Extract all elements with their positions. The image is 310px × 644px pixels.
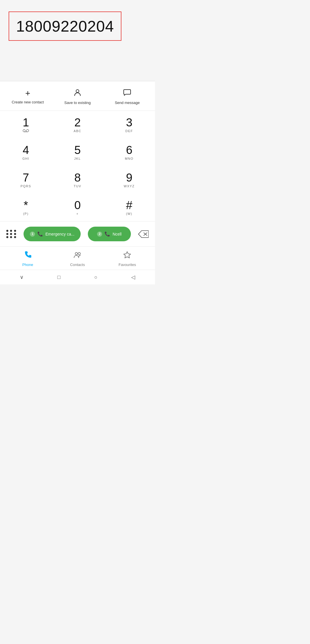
save-to-existing-action[interactable]: Save to existing xyxy=(53,88,102,105)
backspace-button[interactable] xyxy=(138,230,149,238)
contacts-tab-icon xyxy=(73,251,82,261)
phone-number-box: 18009220204 xyxy=(9,11,121,41)
send-message-action[interactable]: Send message xyxy=(102,88,152,105)
svg-point-6 xyxy=(75,252,78,255)
key-0-main: 0 xyxy=(74,199,81,211)
svg-point-1 xyxy=(23,130,25,132)
svg-point-0 xyxy=(76,90,79,92)
call-icon-2: 📞 xyxy=(104,231,110,237)
key-2-sub: ABC xyxy=(73,129,81,133)
key-3-main: 3 xyxy=(126,116,132,129)
emergency-call-button[interactable]: 1 📞 Emer­gency ca... xyxy=(24,227,81,241)
dialpad: 12ABC3DEF4GHI5JKL6MNO7PQRS8TUV9WXYZ*(P)0… xyxy=(0,111,155,221)
sim1-badge: 1 xyxy=(30,232,35,237)
tab-favourites[interactable]: Favourites xyxy=(102,251,152,267)
nav-recents-button[interactable]: □ xyxy=(57,274,61,280)
bottom-bar: 1 📞 Emer­gency ca... 2 📞 Ncell xyxy=(0,221,155,247)
favourites-tab-icon xyxy=(123,251,131,261)
person-icon xyxy=(73,88,82,98)
phone-tab-icon xyxy=(24,251,32,261)
key-4-main: 4 xyxy=(23,144,29,156)
key-4-sub: GHI xyxy=(22,157,29,161)
key-2-button[interactable]: 2ABC xyxy=(52,111,103,138)
dots-grid-icon xyxy=(6,230,17,238)
contacts-tab-label: Contacts xyxy=(70,263,85,267)
chat-icon xyxy=(123,88,131,98)
favourites-tab-label: Favourites xyxy=(119,263,136,267)
key-5-sub: JKL xyxy=(74,157,81,161)
key-6-sub: MNO xyxy=(125,157,133,161)
key-hash-button[interactable]: #(W) xyxy=(103,194,155,221)
key-0-sub: + xyxy=(76,212,79,216)
key-5-button[interactable]: 5JKL xyxy=(52,138,103,166)
key-star-button[interactable]: *(P) xyxy=(0,194,52,221)
create-new-contact-action[interactable]: + Create new contact xyxy=(3,89,53,104)
plus-icon: + xyxy=(25,89,30,98)
action-row: + Create new contact Save to existing Se… xyxy=(0,81,155,111)
key-1-sub xyxy=(23,129,29,133)
key-hash-main: # xyxy=(126,199,132,211)
key-7-button[interactable]: 7PQRS xyxy=(0,166,52,194)
key-star-sub: (P) xyxy=(23,212,28,216)
key-9-sub: WXYZ xyxy=(124,184,135,188)
svg-point-7 xyxy=(78,252,80,255)
key-3-button[interactable]: 3DEF xyxy=(103,111,155,138)
svg-point-2 xyxy=(26,130,29,132)
send-message-label: Send message xyxy=(115,101,140,105)
key-6-button[interactable]: 6MNO xyxy=(103,138,155,166)
system-nav: ∨ □ ○ ◁ xyxy=(0,270,155,284)
key-9-button[interactable]: 9WXYZ xyxy=(103,166,155,194)
save-to-existing-label: Save to existing xyxy=(64,101,91,105)
tab-phone[interactable]: Phone xyxy=(3,251,53,267)
key-0-button[interactable]: 0+ xyxy=(52,194,103,221)
key-1-button[interactable]: 1 xyxy=(0,111,52,138)
show-dialpad-button[interactable] xyxy=(6,230,17,238)
empty-spacer xyxy=(0,47,155,81)
key-8-main: 8 xyxy=(74,171,81,184)
key-7-sub: PQRS xyxy=(20,184,31,188)
key-4-button[interactable]: 4GHI xyxy=(0,138,52,166)
key-9-main: 9 xyxy=(126,171,132,184)
key-7-main: 7 xyxy=(23,171,29,184)
svg-marker-8 xyxy=(124,252,131,258)
create-new-contact-label: Create new contact xyxy=(12,100,44,104)
nav-back-button[interactable]: ◁ xyxy=(131,274,135,280)
nav-tabs: Phone Contacts Favourites xyxy=(0,247,155,270)
key-2-main: 2 xyxy=(74,116,81,129)
key-1-main: 1 xyxy=(23,116,29,129)
ncell-call-label: Ncell xyxy=(113,232,121,236)
emergency-call-label: Emer­gency ca... xyxy=(45,232,74,236)
phone-tab-label: Phone xyxy=(22,263,33,267)
key-hash-sub: (W) xyxy=(126,212,132,216)
ncell-call-button[interactable]: 2 📞 Ncell xyxy=(88,227,131,241)
phone-number-display: 18009220204 xyxy=(16,18,114,35)
key-3-sub: DEF xyxy=(125,129,133,133)
backspace-icon xyxy=(138,230,149,238)
key-star-main: * xyxy=(24,199,28,211)
tab-contacts[interactable]: Contacts xyxy=(53,251,102,267)
key-8-button[interactable]: 8TUV xyxy=(52,166,103,194)
nav-down-button[interactable]: ∨ xyxy=(20,274,24,280)
key-5-main: 5 xyxy=(74,144,81,156)
call-icon-1: 📞 xyxy=(37,231,43,237)
nav-home-button[interactable]: ○ xyxy=(94,274,97,280)
phone-number-area: 18009220204 xyxy=(0,0,155,47)
key-8-sub: TUV xyxy=(74,184,82,188)
sim2-badge: 2 xyxy=(97,232,102,237)
key-6-main: 6 xyxy=(126,144,132,156)
